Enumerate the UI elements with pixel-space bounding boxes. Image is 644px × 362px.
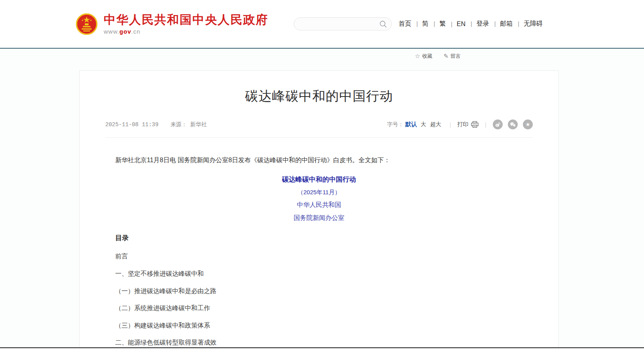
article-body: 新华社北京11月8日电 国务院新闻办公室8日发布《碳达峰碳中和的中国行动》白皮书… <box>80 155 559 347</box>
meta-separator: | <box>485 121 486 128</box>
search-icon[interactable] <box>379 20 387 28</box>
qzone-icon[interactable]: ★ <box>523 119 533 129</box>
print-label: 打印 <box>457 121 468 128</box>
doc-title: 碳达峰碳中和的中国行动 <box>115 175 523 184</box>
quickbar: ☆ 收藏 ✎ 留言 <box>415 53 461 60</box>
nav-english[interactable]: EN <box>446 21 466 28</box>
source-value[interactable]: 新华社 <box>190 121 207 128</box>
favorite-label: 收藏 <box>422 53 432 60</box>
pencil-icon: ✎ <box>443 53 448 60</box>
nav-mail[interactable]: 邮箱 <box>490 20 513 28</box>
print-button[interactable]: 打印 <box>457 121 479 128</box>
toc-item-1-3: （三）构建碳达峰碳中和政策体系 <box>115 322 523 329</box>
search-box[interactable] <box>294 17 392 30</box>
article-card: 碳达峰碳中和的中国行动 2025-11-08 11:39 来源： 新华社 字号：… <box>79 70 559 347</box>
doc-date: （2025年11月） <box>115 189 523 196</box>
toc-heading: 目录 <box>115 233 523 243</box>
nav-simplified[interactable]: 简 <box>412 20 429 28</box>
toc-item-1-2: （二）系统推进碳达峰碳中和工作 <box>115 305 523 312</box>
site-title: 中华人民共和国中央人民政府 <box>104 13 268 27</box>
top-nav: 首页 简 繁 EN 登录 邮箱 无障碍 <box>398 20 543 28</box>
doc-org-line2: 国务院新闻办公室 <box>115 214 523 222</box>
fontsize-label: 字号： <box>387 121 404 128</box>
message-label: 留言 <box>450 53 461 60</box>
weibo-icon[interactable] <box>493 119 503 129</box>
wechat-icon[interactable] <box>508 119 518 129</box>
fontsize-large-button[interactable]: 大 <box>421 121 426 128</box>
meta-separator: | <box>450 121 451 128</box>
url-www: www. <box>104 28 120 35</box>
share-group: ★ <box>493 119 533 129</box>
publish-date: 2025-11-08 11:39 <box>105 121 158 128</box>
fontsize-default-button[interactable]: 默认 <box>405 121 417 128</box>
browser-viewport: 中华人民共和国中央人民政府 www.gov.cn 首页 简 繁 EN <box>0 0 644 347</box>
share-star-glyph: ★ <box>526 122 530 127</box>
page-background: ☆ 收藏 ✎ 留言 碳达峰碳中和的中国行动 2025-11-08 11:39 来… <box>0 49 644 347</box>
national-emblem-icon <box>75 13 98 36</box>
star-icon: ☆ <box>415 53 420 60</box>
article-meta-row: 2025-11-08 11:39 来源： 新华社 字号： 默认 大 超大 | 打… <box>105 119 533 138</box>
site-logo[interactable]: 中华人民共和国中央人民政府 www.gov.cn <box>75 13 268 36</box>
url-gov: gov <box>120 28 131 35</box>
article-intro: 新华社北京11月8日电 国务院新闻办公室8日发布《碳达峰碳中和的中国行动》白皮书… <box>115 155 523 165</box>
favorite-button[interactable]: ☆ 收藏 <box>415 53 432 60</box>
url-cn: .cn <box>131 28 141 35</box>
area-below-window <box>0 348 644 362</box>
toc-item-1: 一、坚定不移推进碳达峰碳中和 <box>115 270 523 277</box>
nav-home[interactable]: 首页 <box>398 20 412 28</box>
doc-org-line1: 中华人民共和国 <box>115 201 523 209</box>
toc-item-2: 二、能源绿色低碳转型取得显著成效 <box>115 339 523 346</box>
search-input[interactable] <box>300 21 379 27</box>
article-title: 碳达峰碳中和的中国行动 <box>80 87 559 105</box>
site-header: 中华人民共和国中央人民政府 www.gov.cn 首页 简 繁 EN <box>0 0 644 49</box>
nav-accessibility[interactable]: 无障碍 <box>513 20 543 28</box>
toc-item-preface: 前言 <box>115 253 523 260</box>
fontsize-xlarge-button[interactable]: 超大 <box>430 121 441 128</box>
source-label: 来源： <box>170 121 187 128</box>
toc-item-1-1: （一）推进碳达峰碳中和是必由之路 <box>115 288 523 295</box>
nav-login[interactable]: 登录 <box>466 20 490 28</box>
nav-traditional[interactable]: 繁 <box>429 20 446 28</box>
site-url: www.gov.cn <box>104 28 268 35</box>
printer-icon <box>471 121 479 128</box>
message-button[interactable]: ✎ 留言 <box>443 53 461 60</box>
